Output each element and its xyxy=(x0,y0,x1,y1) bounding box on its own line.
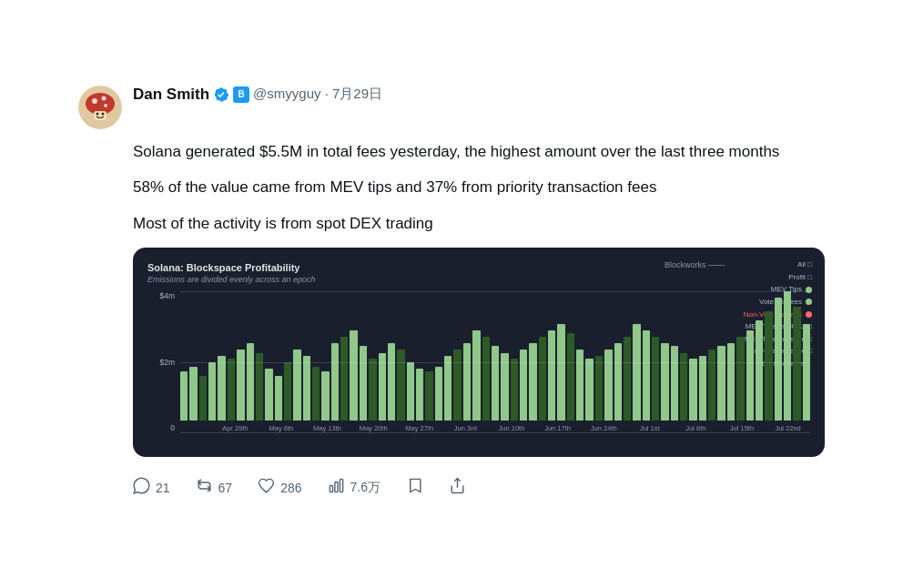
bar xyxy=(275,376,282,421)
bar-group xyxy=(180,291,188,421)
bar-group xyxy=(736,291,744,421)
reply-action[interactable]: 21 xyxy=(126,470,188,506)
bar-group xyxy=(482,291,490,421)
tweet-header: Dan Smith B @smyyguy · 7月29日 xyxy=(78,86,825,129)
bar-group xyxy=(388,291,395,421)
x-label: May 13th xyxy=(305,424,350,432)
user-info: Dan Smith B @smyyguy · 7月29日 xyxy=(133,86,382,104)
bar xyxy=(708,350,715,421)
tweet-paragraph-3: Most of the activity is from spot DEX tr… xyxy=(133,212,825,236)
reply-count: 21 xyxy=(156,481,170,495)
x-label: Jun 10th xyxy=(490,424,534,432)
views-count: 7.6万 xyxy=(350,480,380,496)
bar xyxy=(539,337,546,421)
x-labels: Apr 29thMay 6thMay 13thMay 20thMay 27thJ… xyxy=(180,424,810,432)
bar-group xyxy=(218,291,225,421)
bar-group xyxy=(529,291,536,421)
svg-rect-8 xyxy=(330,486,332,492)
bar xyxy=(369,359,376,421)
x-label: May 20th xyxy=(351,424,396,432)
user-name[interactable]: Dan Smith xyxy=(133,86,209,104)
bar-group xyxy=(453,291,461,421)
bar-group xyxy=(765,291,772,421)
tweet-paragraph-1: Solana generated $5.5M in total fees yes… xyxy=(133,140,825,164)
x-label: May 27th xyxy=(397,424,441,432)
reply-icon xyxy=(133,477,150,499)
bar-group xyxy=(803,291,810,421)
bar xyxy=(727,343,735,421)
bar-group xyxy=(652,291,659,421)
bar xyxy=(472,330,480,421)
bar-group xyxy=(265,291,272,421)
avatar[interactable] xyxy=(78,86,122,129)
bar-group xyxy=(643,291,650,421)
bar-group xyxy=(303,291,310,421)
bar xyxy=(293,350,300,421)
bar xyxy=(321,371,329,421)
bar xyxy=(360,346,367,421)
bar-group xyxy=(756,291,763,421)
blockworks-badge: B xyxy=(233,86,249,103)
bar xyxy=(228,359,235,421)
bar-group xyxy=(189,291,197,421)
bar-group xyxy=(369,291,376,421)
bar xyxy=(482,337,490,421)
bar xyxy=(444,356,452,421)
bar-group xyxy=(604,291,612,421)
share-action[interactable] xyxy=(441,470,484,506)
views-action[interactable]: 7.6万 xyxy=(320,470,399,506)
bar xyxy=(340,337,348,421)
bar-group xyxy=(595,291,603,421)
chart-y-labels: $4m $2m 0 xyxy=(147,291,175,432)
bar xyxy=(585,359,593,421)
x-label: May 6th xyxy=(259,424,304,432)
bar-group xyxy=(680,291,687,421)
svg-point-2 xyxy=(92,98,97,104)
bar xyxy=(699,356,706,421)
bar-group xyxy=(614,291,622,421)
bookmark-action[interactable] xyxy=(399,470,441,506)
bar-group xyxy=(624,291,631,421)
bar xyxy=(717,346,725,421)
legend-all: All □ xyxy=(744,259,812,271)
bar-group xyxy=(416,291,423,421)
legend-profit: Profit □ xyxy=(744,271,812,284)
bar-group xyxy=(331,291,339,421)
views-icon xyxy=(328,477,345,499)
x-label: Jun 3rd xyxy=(443,424,488,432)
x-label: Jul 22nd xyxy=(766,424,810,432)
bar xyxy=(652,337,659,421)
bar-group xyxy=(492,291,499,421)
svg-point-4 xyxy=(104,104,107,107)
bar xyxy=(435,367,442,421)
like-action[interactable]: 286 xyxy=(250,470,320,506)
bar xyxy=(680,353,687,421)
bar-group xyxy=(746,291,754,421)
bar-group xyxy=(708,291,715,421)
bar xyxy=(529,343,536,421)
bar xyxy=(557,324,564,421)
bar xyxy=(756,320,763,421)
bar-group xyxy=(199,291,207,421)
retweet-action[interactable]: 67 xyxy=(188,470,251,506)
svg-rect-5 xyxy=(94,111,107,120)
bar xyxy=(208,362,216,421)
svg-rect-9 xyxy=(334,482,337,492)
bar-group xyxy=(671,291,678,421)
tweet-paragraph-2: 58% of the value came from MEV tips and … xyxy=(133,176,825,199)
bar-group xyxy=(472,291,480,421)
svg-point-3 xyxy=(102,96,107,100)
verified-icon xyxy=(213,86,229,103)
svg-rect-10 xyxy=(340,480,342,492)
bar-group xyxy=(360,291,367,421)
bar-group xyxy=(661,291,668,421)
bar xyxy=(576,350,583,421)
bar xyxy=(425,371,432,421)
bar-group xyxy=(501,291,508,421)
bar-group xyxy=(511,291,518,421)
bar xyxy=(416,369,423,421)
chart-subtitle: Emissions are divided evenly across an e… xyxy=(147,275,810,284)
bar xyxy=(548,330,555,421)
bar xyxy=(397,350,404,421)
bar xyxy=(671,346,678,421)
